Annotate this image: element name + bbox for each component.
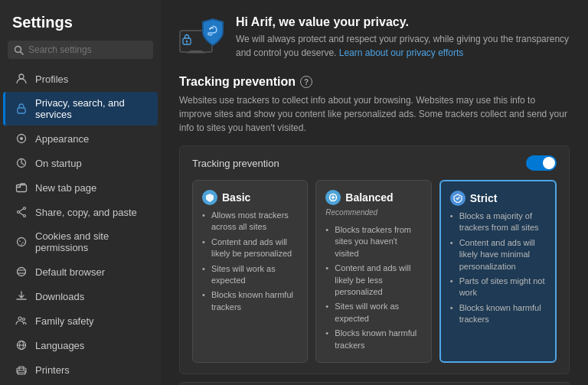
balanced-card-bullets: Blocks trackers from sites you haven't v… (325, 223, 421, 353)
sidebar-item-family[interactable]: Family safety (3, 309, 158, 332)
tracking-box-label: Tracking prevention (192, 158, 279, 169)
sidebar-label-newtab: New tab page (35, 182, 96, 194)
tracking-prevention-heading: Tracking prevention ? (179, 75, 570, 89)
svg-point-14 (19, 240, 21, 242)
paint-icon (15, 132, 28, 145)
sidebar-label-default-browser: Default browser (35, 266, 105, 278)
svg-line-12 (19, 213, 23, 215)
svg-point-17 (18, 268, 26, 276)
info-icon[interactable]: ? (300, 76, 312, 88)
main-content: Hi Arif, we value your privacy. We will … (161, 0, 588, 385)
sidebar-item-printers[interactable]: Printers (3, 358, 158, 381)
tracking-box-header: Tracking prevention (192, 155, 557, 171)
sidebar-label-printers: Printers (35, 364, 70, 376)
privacy-logo (179, 15, 224, 55)
search-box[interactable] (8, 41, 153, 59)
sidebar-item-privacy[interactable]: Privacy, search, and services (3, 92, 158, 126)
basic-card-bullets: Allows most trackers across all sites Co… (202, 208, 298, 315)
family-icon (15, 315, 28, 327)
tracking-prevention-box: Tracking prevention Basic Allows most tr… (179, 145, 570, 374)
tracking-toggle[interactable] (526, 155, 557, 171)
sidebar-item-startup[interactable]: On startup (3, 152, 158, 175)
browser-icon (15, 266, 28, 278)
strict-card-bullets: Blocks a majority of trackers from all s… (450, 209, 546, 328)
svg-point-9 (24, 215, 26, 217)
person-icon (15, 73, 28, 85)
strict-card-icon (450, 191, 466, 206)
sidebar-label-family: Family safety (35, 315, 94, 327)
tracking-description: Websites use trackers to collect info ab… (179, 93, 570, 135)
sidebar-label-profiles: Profiles (35, 73, 68, 85)
sidebar-label-languages: Languages (35, 340, 84, 351)
privacy-link[interactable]: Learn about our privacy efforts (339, 47, 464, 58)
lang-icon (15, 339, 28, 351)
card-balanced[interactable]: Balanced Recommended Blocks trackers fro… (315, 180, 431, 363)
privacy-description: We will always protect and respect your … (236, 32, 570, 60)
sidebar-item-appearance[interactable]: Appearance (3, 127, 158, 150)
balanced-subtitle: Recommended (325, 208, 421, 217)
blocked-trackers-row[interactable]: Blocked trackers View the sites that we'… (179, 382, 570, 385)
search-icon (14, 45, 24, 55)
basic-card-icon (202, 190, 217, 205)
sidebar-item-profiles[interactable]: Profiles (3, 67, 158, 90)
sidebar-item-languages[interactable]: Languages (3, 334, 158, 357)
svg-point-16 (21, 243, 22, 245)
privacy-header-text: Hi Arif, we value your privacy. We will … (236, 15, 570, 60)
sidebar-item-share[interactable]: Share, copy, and paste (3, 201, 158, 223)
svg-point-13 (18, 238, 26, 246)
card-strict[interactable]: Strict Blocks a majority of trackers fro… (439, 180, 557, 363)
svg-rect-3 (18, 108, 25, 113)
sidebar-label-privacy: Privacy, search, and services (35, 97, 145, 120)
sidebar-item-newtab[interactable]: New tab page (3, 176, 158, 199)
sidebar-item-cookies[interactable]: Cookies and site permissions (3, 225, 158, 259)
sidebar-item-downloads[interactable]: Downloads (3, 285, 158, 308)
svg-point-20 (18, 317, 21, 320)
download-icon (15, 290, 28, 302)
search-input[interactable] (28, 44, 147, 55)
svg-point-15 (22, 242, 24, 243)
cookie-icon (15, 236, 28, 248)
tab-icon (15, 181, 28, 194)
sidebar-label-appearance: Appearance (35, 133, 89, 145)
sidebar-label-startup: On startup (35, 158, 82, 169)
sidebar-label-cookies: Cookies and site permissions (35, 230, 145, 253)
svg-point-5 (20, 137, 23, 140)
lock-icon (15, 103, 28, 115)
printer-icon (15, 364, 28, 376)
privacy-header: Hi Arif, we value your privacy. We will … (179, 15, 570, 60)
svg-rect-7 (17, 185, 27, 192)
sidebar-item-default-browser[interactable]: Default browser (3, 260, 158, 283)
svg-point-2 (19, 74, 24, 79)
svg-rect-34 (187, 52, 205, 54)
card-basic[interactable]: Basic Allows most trackers across all si… (192, 180, 308, 363)
sidebar-label-downloads: Downloads (35, 291, 84, 302)
sidebar-title: Settings (0, 6, 161, 41)
sidebar: Settings Profiles Privacy, search, and s… (0, 0, 161, 385)
balanced-card-icon (325, 190, 341, 205)
svg-point-21 (23, 318, 25, 321)
privacy-greeting: Hi Arif, we value your privacy. (236, 15, 570, 29)
svg-line-1 (21, 51, 24, 54)
svg-point-8 (24, 207, 26, 210)
shield-logo-icon (179, 15, 224, 55)
tracking-cards: Basic Allows most trackers across all si… (192, 180, 557, 363)
share-icon (15, 206, 28, 218)
startup-icon (15, 157, 28, 169)
svg-line-11 (19, 209, 23, 211)
svg-point-36 (186, 41, 188, 42)
sidebar-label-share: Share, copy, and paste (35, 207, 137, 218)
svg-point-10 (18, 211, 20, 214)
